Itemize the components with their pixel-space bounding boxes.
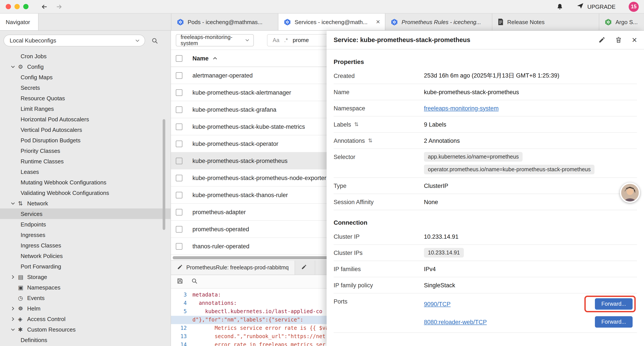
- row-checkbox[interactable]: [176, 209, 182, 215]
- chevron-down-icon[interactable]: [10, 64, 18, 69]
- close-icon[interactable]: ×: [632, 35, 637, 44]
- sort-ascending-icon[interactable]: [212, 55, 218, 61]
- sidebar-item-secrets[interactable]: Secrets: [0, 82, 170, 93]
- sidebar-item-pod-disruption-budgets[interactable]: Pod Disruption Budgets: [0, 135, 170, 145]
- detail-row-labels: Labels⇅9 Labels: [334, 116, 637, 133]
- sidebar-item-port-forwarding[interactable]: Port Forwarding: [0, 261, 170, 272]
- row-checkbox[interactable]: [176, 89, 182, 96]
- chevron-right-icon[interactable]: [10, 306, 18, 311]
- forward-button[interactable]: Forward...: [595, 316, 632, 328]
- tab-services-icecheng[interactable]: Services - icecheng@math...×: [278, 13, 385, 30]
- service-name: prometheus-operated: [192, 226, 249, 232]
- upgrade-button[interactable]: UPGRADE: [576, 2, 616, 11]
- sidebar-item-config[interactable]: ⚙Config: [0, 61, 170, 72]
- line-number: 13: [171, 333, 192, 341]
- match-case-toggle[interactable]: Aa: [273, 37, 280, 43]
- dock-tab-partial[interactable]: [295, 261, 316, 275]
- regex-toggle[interactable]: .*: [284, 37, 288, 43]
- sidebar-item-validating-webhook-configurations[interactable]: Validating Webhook Configurations: [0, 187, 170, 198]
- tree-item-label: Network Policies: [20, 253, 63, 259]
- notifications-bell-icon[interactable]: [556, 3, 563, 10]
- sidebar-item-mutating-webhook-configurations[interactable]: Mutating Webhook Configurations: [0, 177, 170, 187]
- row-checkbox[interactable]: [176, 123, 182, 130]
- sidebar-item-network[interactable]: ⇅Network: [0, 198, 170, 209]
- expand-toggle-icon[interactable]: ⇅: [368, 137, 372, 144]
- row-checkbox[interactable]: [176, 226, 182, 232]
- namespace-link[interactable]: freeleaps-monitoring-system: [424, 105, 499, 111]
- sidebar-item-services[interactable]: Services: [0, 209, 170, 219]
- delete-icon[interactable]: [615, 36, 622, 43]
- assistant-avatar[interactable]: [620, 183, 640, 203]
- sidebar-search-icon[interactable]: [151, 37, 158, 44]
- tree-item-label: Priority Classes: [20, 147, 60, 154]
- sidebar-item-endpoints[interactable]: Endpoints: [0, 219, 170, 230]
- select-all-checkbox[interactable]: [176, 55, 182, 61]
- sidebar-scrollbar[interactable]: [163, 119, 165, 230]
- app-window: UPGRADE 15 Navigator Pods - icecheng@mat…: [0, 0, 644, 346]
- tab-argo-s[interactable]: Argo S...: [599, 13, 644, 30]
- sidebar-item-events[interactable]: ◷Events: [0, 293, 170, 303]
- minimize-window-button[interactable]: [14, 4, 20, 9]
- sidebar-item-ingresses[interactable]: Ingresses: [0, 230, 170, 240]
- editor-search-icon[interactable]: [191, 278, 198, 286]
- tab-release-notes[interactable]: Release Notes: [492, 13, 599, 30]
- detail-row-created: Created253d 16h 6m ago (2025年1月13日 GMT+8…: [334, 68, 637, 84]
- tab-close-icon[interactable]: ×: [375, 18, 381, 26]
- detail-value: 10.233.14.91: [424, 233, 458, 240]
- tree-item-label: Access Control: [27, 316, 66, 322]
- sidebar-item-limit-ranges[interactable]: Limit Ranges: [0, 103, 170, 114]
- navigator-tab[interactable]: Navigator: [0, 13, 38, 30]
- tree-item-label: Storage: [27, 274, 47, 280]
- expand-toggle-icon[interactable]: ⇅: [354, 121, 358, 127]
- tab-pods-icecheng[interactable]: Pods - icecheng@mathmas...: [172, 13, 278, 30]
- kubeconfig-selector[interactable]: Local Kubeconfigs: [4, 34, 145, 46]
- sidebar-item-ingress-classes[interactable]: Ingress Classes: [0, 240, 170, 251]
- row-checkbox[interactable]: [176, 72, 182, 79]
- sidebar-item-horizontal-pod-autoscalers[interactable]: Horizontal Pod Autoscalers: [0, 114, 170, 124]
- tab-strip: Pods - icecheng@mathmas...Services - ice…: [172, 13, 644, 30]
- namespace-selector[interactable]: freeleaps-monitoring-system: [176, 34, 254, 46]
- sidebar-item-config-maps[interactable]: Config Maps: [0, 72, 170, 82]
- sidebar-item-priority-classes[interactable]: Priority Classes: [0, 145, 170, 156]
- chevron-right-icon[interactable]: [10, 317, 18, 321]
- chevron-down-icon[interactable]: [10, 201, 18, 206]
- edit-icon[interactable]: [599, 36, 606, 43]
- save-icon[interactable]: [177, 278, 183, 286]
- row-checkbox[interactable]: [176, 243, 182, 249]
- row-checkbox[interactable]: [176, 140, 182, 147]
- back-button[interactable]: [41, 3, 48, 10]
- sidebar-item-helm[interactable]: ☸Helm: [0, 303, 170, 314]
- sidebar-item-vertical-pod-autoscalers[interactable]: Vertical Pod Autoscalers: [0, 124, 170, 135]
- sidebar-item-storage[interactable]: ▤Storage: [0, 272, 170, 282]
- sidebar-item-leases[interactable]: Leases: [0, 166, 170, 177]
- section-heading-connection: Connection: [334, 216, 637, 229]
- chevron-right-icon[interactable]: [10, 274, 18, 279]
- row-checkbox[interactable]: [176, 106, 182, 113]
- row-checkbox[interactable]: [176, 192, 182, 198]
- row-checkbox[interactable]: [176, 175, 182, 181]
- sidebar-item-namespaces[interactable]: ▣Namespaces: [0, 282, 170, 293]
- port-link[interactable]: 8080:reloader-web/TCP: [424, 319, 487, 325]
- zoom-window-button[interactable]: [23, 4, 28, 9]
- row-checkbox[interactable]: [176, 157, 182, 164]
- sidebar-item-resource-quotas[interactable]: Resource Quotas: [0, 93, 170, 103]
- sidebar-item-definitions[interactable]: Definitions: [0, 335, 170, 345]
- sidebar-item-access-control[interactable]: ◈Access Control: [0, 314, 170, 324]
- close-window-button[interactable]: [6, 4, 11, 9]
- sidebar-item-custom-resources[interactable]: ✱Custom Resources: [0, 324, 170, 335]
- service-name: kube-prometheus-stack-grafana: [192, 106, 276, 113]
- chevron-down-icon[interactable]: [10, 327, 18, 332]
- forward-button[interactable]: Forward...: [595, 298, 632, 310]
- sidebar-item-runtime-classes[interactable]: Runtime Classes: [0, 156, 170, 166]
- name-column-header[interactable]: Name: [192, 55, 209, 61]
- tab-bar: Navigator Pods - icecheng@mathmas...Serv…: [0, 13, 644, 31]
- dock-tab-prometheusrule[interactable]: PrometheusRule: freeleaps-prod-rabbitmq: [171, 261, 295, 275]
- sidebar-item-network-policies[interactable]: Network Policies: [0, 251, 170, 261]
- sidebar-item-cron-jobs[interactable]: Cron Jobs: [0, 51, 170, 61]
- notification-count-badge[interactable]: 15: [629, 1, 639, 11]
- forward-button[interactable]: [55, 3, 63, 10]
- tab-prometheus-rules[interactable]: Prometheus Rules - icecheng...: [385, 13, 492, 30]
- service-name: kube-prometheus-stack-prometheus: [192, 157, 288, 164]
- port-link[interactable]: 9090/TCP: [424, 301, 451, 307]
- navigator-sidebar: Local Kubeconfigs Cron Jobs⚙ConfigConfig…: [0, 31, 171, 346]
